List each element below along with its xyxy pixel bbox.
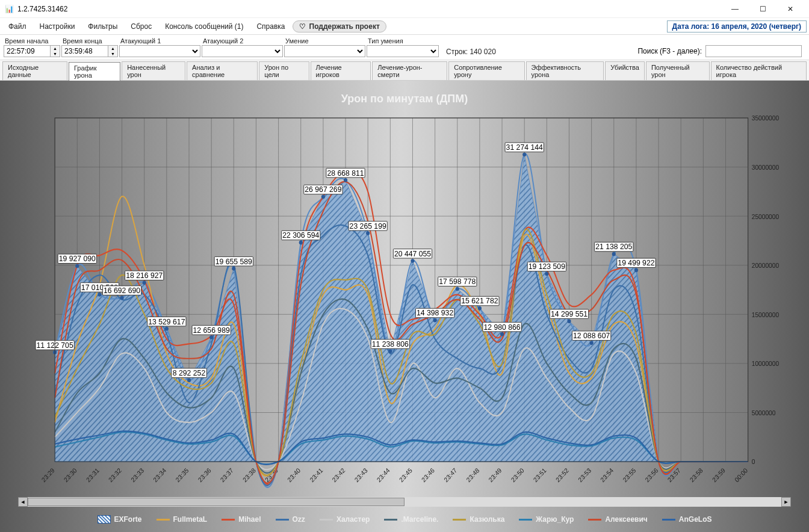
tab-kills[interactable]: Убийства [605, 61, 645, 80]
svg-point-130 [433, 318, 437, 323]
minimize-button[interactable]: — [721, 0, 749, 18]
scroll-right-icon[interactable]: ► [781, 497, 791, 507]
attacker2-select[interactable] [202, 45, 283, 57]
legend-ozz[interactable]: Ozz [276, 515, 305, 524]
svg-point-151 [590, 341, 594, 345]
svg-point-112 [299, 241, 303, 245]
svg-point-115 [321, 195, 325, 199]
menu-help[interactable]: Справка [250, 20, 291, 33]
chart-title: Урон по минутам (ДПМ) [18, 93, 791, 105]
maximize-button[interactable]: ☐ [749, 0, 776, 18]
svg-point-124 [388, 349, 392, 353]
tab-heal-dmg-death[interactable]: Лечение-урон-смерти [372, 61, 447, 80]
svg-point-109 [232, 267, 235, 271]
support-button[interactable]: ♡Поддержать проект [293, 20, 386, 32]
svg-point-121 [366, 231, 370, 235]
svg-text:23:33: 23:33 [129, 466, 145, 483]
svg-text:28 668 811: 28 668 811 [327, 168, 364, 178]
tab-damage-done[interactable]: Нанесенный урон [122, 61, 185, 80]
log-date: Дата лога: 16 апреля, 2020 (четверг) [667, 20, 807, 32]
legend-halaster[interactable]: Халастер [320, 515, 370, 524]
legend-mihael[interactable]: Mihael [222, 515, 261, 524]
svg-text:23:50: 23:50 [509, 466, 525, 483]
svg-point-97 [143, 281, 146, 285]
time-start-spin[interactable]: ▲▼ [51, 45, 60, 57]
svg-text:13 529 617: 13 529 617 [148, 317, 185, 326]
svg-text:21 138 205: 21 138 205 [595, 242, 632, 252]
svg-point-103 [187, 378, 191, 382]
tab-damage-chart[interactable]: График урона [69, 62, 120, 81]
attacker1-label: Атакующий 1 [119, 37, 200, 45]
svg-text:22 306 594: 22 306 594 [282, 230, 319, 240]
svg-text:20 447 055: 20 447 055 [394, 249, 431, 258]
svg-text:12 088 607: 12 088 607 [573, 331, 610, 341]
svg-text:23:40: 23:40 [286, 466, 302, 483]
legend-alekseevich[interactable]: Алексеевич [588, 515, 647, 524]
svg-text:31 274 144: 31 274 144 [506, 143, 543, 152]
svg-point-91 [98, 292, 101, 297]
support-label: Поддержать проект [309, 22, 380, 31]
svg-text:23:32: 23:32 [107, 466, 123, 483]
tab-effectiveness[interactable]: Эффективность урона [526, 61, 604, 80]
menu-console[interactable]: Консоль сообщений (1) [159, 20, 249, 33]
time-end-spin[interactable]: ▲▼ [108, 45, 118, 57]
time-end-label: Время конца [61, 37, 118, 45]
svg-text:25000000: 25000000 [752, 212, 779, 220]
svg-point-106 [209, 335, 213, 339]
time-start-label: Время начала [4, 37, 60, 45]
svg-point-139 [500, 332, 504, 336]
tab-damage-taken[interactable]: Полученный урон [646, 61, 710, 80]
attacker1-select[interactable] [119, 45, 200, 57]
menu-filters[interactable]: Фильтры [82, 20, 123, 33]
tab-analysis[interactable]: Анализ и сравнение [187, 61, 258, 80]
svg-text:14 299 551: 14 299 551 [551, 309, 587, 319]
close-button[interactable]: ✕ [776, 0, 804, 18]
svg-point-88 [75, 264, 79, 268]
chart-plot[interactable]: 0500000010000000150000002000000025000000… [18, 111, 791, 495]
svg-point-154 [612, 252, 616, 256]
svg-text:12 980 866: 12 980 866 [483, 322, 520, 332]
svg-text:23:55: 23:55 [621, 466, 637, 483]
svg-text:20000000: 20000000 [752, 262, 779, 269]
svg-text:23:51: 23:51 [532, 466, 548, 483]
tab-resist[interactable]: Сопротивление урону [448, 61, 524, 80]
search-input[interactable] [705, 45, 802, 57]
tab-healing[interactable]: Лечение игроков [311, 61, 371, 80]
legend-zharu[interactable]: Жарю_Кур [519, 515, 574, 524]
chart-scrollbar[interactable]: ◄ ► [18, 497, 791, 507]
svg-text:23:44: 23:44 [376, 466, 391, 483]
window-title: 1.2.7425.31462 [17, 5, 67, 13]
svg-text:23:54: 23:54 [599, 466, 615, 483]
svg-text:11 238 806: 11 238 806 [372, 339, 409, 349]
legend-marceline[interactable]: .Marceline. [384, 515, 438, 524]
svg-point-118 [344, 178, 347, 182]
scroll-left-icon[interactable]: ◄ [18, 497, 28, 507]
svg-text:23:46: 23:46 [420, 466, 436, 483]
menu-file[interactable]: Файл [2, 20, 33, 33]
legend-exforte[interactable]: EXForte [98, 515, 142, 524]
svg-text:26 967 269: 26 967 269 [305, 185, 341, 194]
svg-text:23:53: 23:53 [577, 466, 592, 483]
time-end-input[interactable] [61, 45, 108, 57]
menu-settings[interactable]: Настройки [34, 20, 81, 33]
tab-damage-target[interactable]: Урон по цели [259, 61, 309, 80]
svg-text:12 656 989: 12 656 989 [193, 325, 230, 335]
tab-actions[interactable]: Количество действий игрока [711, 61, 807, 80]
time-start-input[interactable] [4, 45, 51, 57]
svg-point-142 [522, 152, 526, 156]
legend-kazulka[interactable]: Казюлька [453, 515, 504, 524]
svg-point-133 [456, 287, 459, 291]
menu-reset[interactable]: Сброс [125, 20, 158, 33]
skill-select[interactable] [284, 45, 365, 57]
svg-point-148 [567, 319, 571, 323]
svg-text:23:45: 23:45 [398, 466, 414, 483]
svg-text:23:29: 23:29 [40, 466, 55, 483]
svg-text:19 499 922: 19 499 922 [618, 258, 654, 268]
tab-raw[interactable]: Исходные данные [2, 61, 67, 80]
svg-text:23:35: 23:35 [174, 466, 190, 483]
svg-text:15 621 782: 15 621 782 [461, 296, 498, 306]
svg-text:23:34: 23:34 [152, 466, 167, 483]
skill-type-select[interactable] [367, 45, 439, 57]
legend-angelos[interactable]: AnGeLoS [662, 515, 712, 524]
legend-fullmetal[interactable]: FullmetaL [157, 515, 208, 524]
